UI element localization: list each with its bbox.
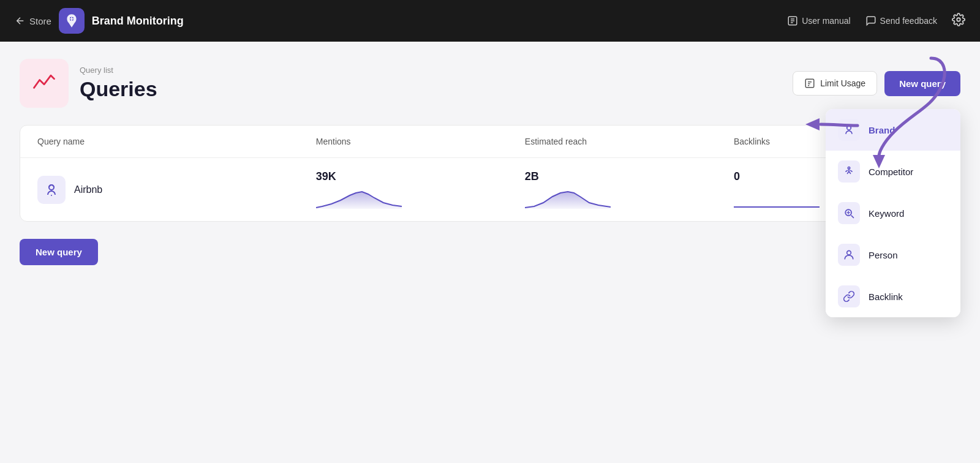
new-query-label-footer: New query xyxy=(36,247,82,257)
send-feedback-label: Send feedback xyxy=(880,16,937,26)
app-icon xyxy=(59,8,85,34)
backlink-label: Backlink xyxy=(869,292,903,302)
competitor-icon xyxy=(838,160,860,183)
dropdown-item-keyword[interactable]: Keyword xyxy=(826,192,960,234)
brand-label: Brand xyxy=(869,125,895,135)
top-navigation: Store Brand Monitoring User manual xyxy=(0,0,980,42)
page-title-group: Query list Queries xyxy=(80,66,157,101)
settings-icon[interactable] xyxy=(952,13,965,29)
new-query-button-footer[interactable]: New query xyxy=(20,239,98,265)
query-name-cell: Airbnb xyxy=(37,176,316,204)
topnav-left: Store Brand Monitoring xyxy=(15,8,777,34)
competitor-label: Competitor xyxy=(869,167,913,177)
query-name: Airbnb xyxy=(74,184,102,195)
person-icon xyxy=(838,244,860,266)
dropdown-item-backlink[interactable]: Backlink xyxy=(826,276,960,317)
new-query-label-header: New query xyxy=(899,78,946,89)
person-label: Person xyxy=(869,250,898,260)
limit-usage-label: Limit Usage xyxy=(820,78,865,88)
keyword-label: Keyword xyxy=(869,208,904,219)
new-query-dropdown: Brand Competitor xyxy=(826,109,960,317)
col-mentions: Mentions xyxy=(316,137,525,146)
col-estimated-reach: Estimated reach xyxy=(525,137,734,146)
svg-point-11 xyxy=(847,250,851,255)
reach-value: 2B xyxy=(525,170,734,183)
page-icon xyxy=(20,59,69,108)
breadcrumb: Query list xyxy=(80,66,157,75)
mentions-value: 39K xyxy=(316,170,525,183)
query-type-icon xyxy=(37,176,66,204)
table-header: Query name Mentions Estimated reach Back… xyxy=(20,126,960,158)
table-row[interactable]: Airbnb 39K xyxy=(20,158,960,221)
reach-cell: 2B xyxy=(525,170,734,209)
backlink-icon xyxy=(838,285,860,307)
page-header: Query list Queries Limit Usage New query xyxy=(20,59,960,108)
dropdown-item-person[interactable]: Person xyxy=(826,234,960,276)
dropdown-item-brand[interactable]: Brand xyxy=(826,109,960,151)
page-header-right: Limit Usage New query xyxy=(793,71,960,96)
svg-point-5 xyxy=(51,195,52,196)
queries-table: Query name Mentions Estimated reach Back… xyxy=(20,125,960,222)
user-manual-link[interactable]: User manual xyxy=(787,15,850,26)
page-header-left: Query list Queries xyxy=(20,59,157,108)
back-label: Store xyxy=(29,16,51,26)
app-title: Brand Monitoring xyxy=(92,15,184,28)
svg-point-2 xyxy=(957,18,960,21)
dropdown-item-competitor[interactable]: Competitor xyxy=(826,151,960,192)
new-query-button-header[interactable]: New query xyxy=(884,71,960,96)
limit-usage-button[interactable]: Limit Usage xyxy=(793,71,877,96)
mentions-cell: 39K xyxy=(316,170,525,209)
page-title: Queries xyxy=(80,77,157,101)
keyword-icon xyxy=(838,202,860,224)
user-manual-label: User manual xyxy=(802,16,850,26)
topnav-right: User manual Send feedback xyxy=(787,13,965,29)
send-feedback-link[interactable]: Send feedback xyxy=(865,15,937,26)
brand-icon xyxy=(838,119,860,141)
col-query-name: Query name xyxy=(37,137,316,146)
back-button[interactable]: Store xyxy=(15,15,51,26)
